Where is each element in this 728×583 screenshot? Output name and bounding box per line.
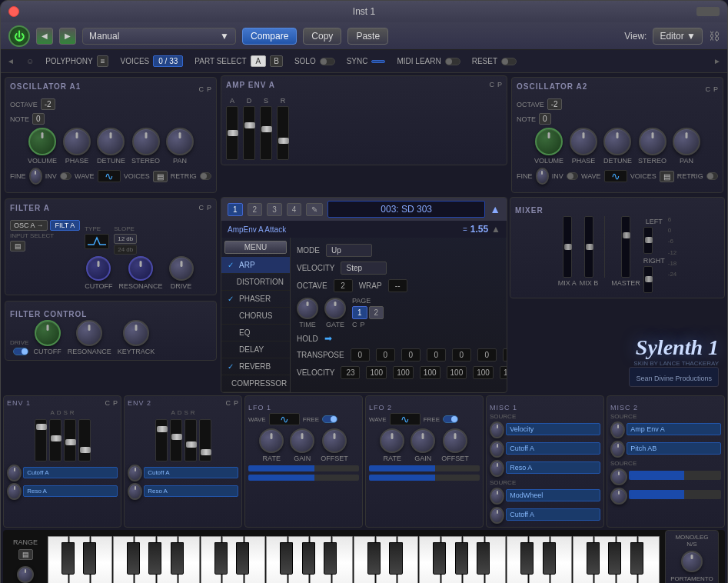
misc1-cutoff-dest[interactable]: Cutoff A <box>506 442 600 455</box>
filter-drive-knob[interactable] <box>169 256 194 281</box>
portamento-knob[interactable] <box>681 551 703 572</box>
sync-toggle[interactable] <box>371 60 385 63</box>
black-key-0-4[interactable] <box>127 542 140 575</box>
input-select-value[interactable]: ▤ <box>10 241 25 252</box>
lfo2-slider1[interactable] <box>369 465 480 471</box>
compare-button[interactable]: Compare <box>242 28 297 45</box>
arp-tab-2[interactable]: 2 <box>248 203 263 216</box>
env2-c-btn[interactable]: C <box>225 399 231 409</box>
black-key-0-2[interactable] <box>83 542 96 575</box>
env1-cutoff-dest[interactable]: Cutoff A <box>23 467 118 478</box>
misc1-vel-knob[interactable] <box>490 421 504 438</box>
arp-transpose-4[interactable]: 0 <box>452 348 471 361</box>
osc-a2-fine-knob[interactable] <box>536 168 549 185</box>
black-key-3-5[interactable] <box>608 542 621 575</box>
black-key-1-1[interactable] <box>214 542 228 575</box>
env2-a-fader[interactable] <box>155 419 168 461</box>
lfo1-slider1[interactable] <box>248 465 359 471</box>
osc-a2-retrig-toggle[interactable] <box>706 172 718 180</box>
env2-d-fader[interactable] <box>170 419 182 461</box>
lfo2-free-toggle[interactable] <box>443 415 458 423</box>
misc2-slider4[interactable] <box>629 490 721 499</box>
amp-env-d-fader[interactable] <box>243 106 255 160</box>
black-key-2-1[interactable] <box>367 542 381 575</box>
env1-cutoff-knob[interactable] <box>7 465 22 481</box>
misc1-reso-knob[interactable] <box>490 460 504 477</box>
view-selector[interactable]: Editor ▼ <box>653 28 703 45</box>
arp-preset-display[interactable]: 003: SD 303 <box>327 201 485 218</box>
filter-type-value[interactable] <box>85 234 109 249</box>
arp-menu-item-reverb[interactable]: ✓ REVERB <box>221 358 290 375</box>
misc1-cutoff-knob[interactable] <box>490 441 504 458</box>
amp-env-s-fader[interactable] <box>260 106 272 160</box>
misc1-cutoff2-dest[interactable]: Cutoff A <box>506 508 600 521</box>
filter-cutoff-knob[interactable] <box>86 256 111 281</box>
osc-a2-detune-knob[interactable] <box>603 128 631 155</box>
right-fader[interactable] <box>643 266 653 293</box>
black-key-1-4[interactable] <box>280 542 293 575</box>
arp-vel-0[interactable]: 23 <box>341 366 360 379</box>
black-key-1-2[interactable] <box>236 542 249 575</box>
fc-cutoff-knob[interactable] <box>35 320 61 346</box>
amp-env-r-fader[interactable] <box>277 106 289 160</box>
misc2-ampenv-dest[interactable]: Amp Env A <box>627 423 721 435</box>
env1-d-fader[interactable] <box>49 419 61 461</box>
lfo1-slider2[interactable] <box>248 475 359 481</box>
osc-a2-wave-select[interactable]: ∿ <box>604 170 627 182</box>
black-key-3-6[interactable] <box>630 542 643 575</box>
arp-menu-button[interactable]: MENU <box>224 241 287 254</box>
misc2-knob4[interactable] <box>610 488 627 505</box>
black-key-3-4[interactable] <box>587 542 600 575</box>
env2-p-btn[interactable]: P <box>234 399 238 409</box>
osc-a1-voices-value[interactable]: ▤ <box>153 171 168 182</box>
arp-menu-item-chorus[interactable]: CHORUS <box>221 308 290 325</box>
arp-vel-2[interactable]: 100 <box>393 366 414 379</box>
misc2-pitch-dest[interactable]: Pitch AB <box>627 442 721 455</box>
filter-a-c-button[interactable]: C <box>198 204 204 217</box>
env1-a-fader[interactable] <box>35 419 47 461</box>
osc-a2-p-button[interactable]: P <box>713 85 718 93</box>
arp-vel-1[interactable]: 100 <box>366 366 387 379</box>
preset-selector[interactable]: Manual ▼ <box>82 28 236 45</box>
black-key-1-5[interactable] <box>302 542 315 575</box>
filter-resonance-knob[interactable] <box>128 256 153 281</box>
black-key-2-6[interactable] <box>477 542 490 575</box>
part-b-button[interactable]: B <box>270 55 283 67</box>
osc-routing-badge[interactable]: OSC A → <box>10 220 48 231</box>
osc-a1-p-button[interactable]: P <box>207 85 211 93</box>
env2-reso-dest[interactable]: Reso A <box>144 485 238 497</box>
next-button[interactable]: ▶ <box>59 28 76 45</box>
misc1-cutoff2-knob[interactable] <box>490 507 504 524</box>
osc-a1-stereo-knob[interactable] <box>132 128 160 155</box>
arp-menu-item-compressor[interactable]: COMPRESSOR <box>221 375 290 392</box>
fc-keytrack-knob[interactable] <box>123 320 149 346</box>
osc-a1-phase-knob[interactable] <box>63 128 91 155</box>
lfo1-rate-knob[interactable] <box>259 428 284 453</box>
env2-r-fader[interactable] <box>199 419 211 461</box>
master-fader[interactable] <box>621 216 630 278</box>
arp-menu-item-phaser[interactable]: ✓ PHASER <box>221 291 290 308</box>
misc1-reso-dest[interactable]: Reso A <box>506 461 600 474</box>
osc-a2-volume-knob[interactable] <box>535 128 563 155</box>
env1-c-btn[interactable]: C <box>105 399 110 409</box>
midi-learn-toggle[interactable] <box>445 58 460 65</box>
close-button[interactable] <box>8 6 19 17</box>
misc2-pitch-knob[interactable] <box>610 441 625 458</box>
osc-a2-phase-knob[interactable] <box>570 128 597 155</box>
osc-a1-wave-select[interactable]: ∿ <box>98 170 121 182</box>
osc-a2-note-value[interactable]: 0 <box>539 113 551 125</box>
arp-menu-item-delay[interactable]: DELAY <box>221 341 290 358</box>
arp-transpose-2[interactable]: 0 <box>401 348 421 361</box>
mix-a-fader[interactable] <box>563 216 572 278</box>
black-key-2-4[interactable] <box>433 542 446 575</box>
pitch-bend-knob[interactable] <box>17 566 34 583</box>
env1-reso-dest[interactable]: Reso A <box>23 485 118 497</box>
lfo1-free-toggle[interactable] <box>322 415 337 423</box>
paste-button[interactable]: Paste <box>347 28 388 45</box>
range-value[interactable]: ▤ <box>18 549 33 560</box>
misc2-knob3[interactable] <box>610 468 627 485</box>
arp-edit-btn[interactable]: ✎ <box>306 203 323 216</box>
lfo2-offset-knob[interactable] <box>443 428 467 453</box>
misc1-vel-dest[interactable]: Velocity <box>506 423 600 435</box>
misc1-mw-dest[interactable]: ModWheel <box>506 489 600 501</box>
